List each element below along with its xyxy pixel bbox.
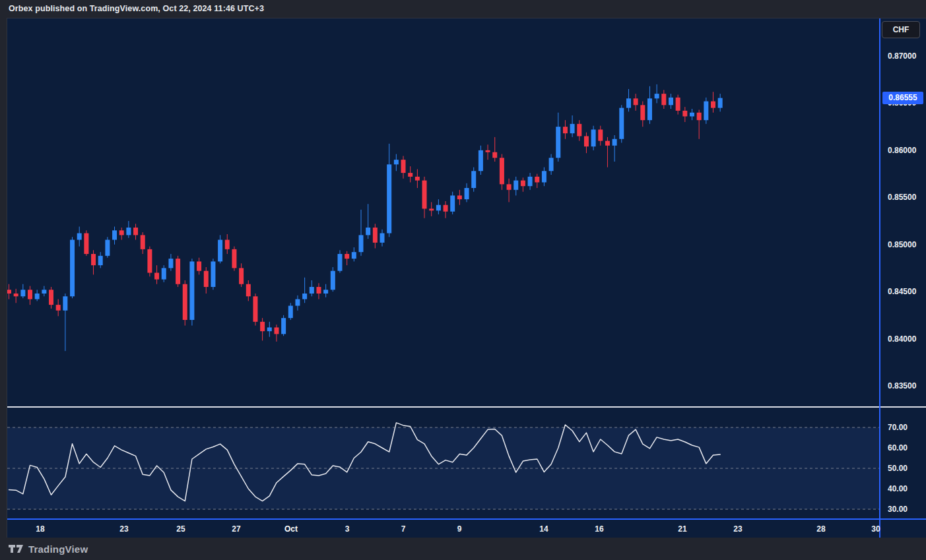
pane-separator[interactable] xyxy=(7,406,926,408)
currency-toggle-button[interactable]: CHF xyxy=(882,21,920,38)
time-axis-border xyxy=(7,518,926,520)
publish-text: Orbex published on TradingView.com, Oct … xyxy=(9,4,264,13)
publish-banner: Orbex published on TradingView.com, Oct … xyxy=(0,0,926,18)
price-tick-label: 0.84000 xyxy=(888,334,916,344)
rsi-tick-label: 70.00 xyxy=(888,422,908,433)
time-tick-label: 27 xyxy=(232,521,240,537)
price-tick-label: 0.85000 xyxy=(888,239,916,250)
time-tick-label: 9 xyxy=(457,521,462,537)
price-axis-border xyxy=(879,18,880,538)
time-tick-label: 28 xyxy=(816,521,825,537)
time-tick-label: 18 xyxy=(36,521,44,537)
time-tick-label: 25 xyxy=(176,521,185,537)
price-tick-label: 0.85500 xyxy=(888,192,916,202)
time-tick-label: 14 xyxy=(539,521,548,537)
rsi-tick-label: 30.00 xyxy=(888,504,908,514)
time-tick-label: 30 xyxy=(871,521,880,537)
time-tick-label: 7 xyxy=(401,521,406,537)
time-tick-label: 3 xyxy=(345,521,350,537)
time-tick-label: Oct xyxy=(284,521,298,537)
time-tick-label: 23 xyxy=(119,521,128,537)
candlestick-rsi-chart[interactable] xyxy=(7,18,926,538)
rsi-tick-label: 40.00 xyxy=(888,483,908,494)
price-tick-label: 0.84500 xyxy=(888,286,916,297)
price-tick-label: 0.83500 xyxy=(888,381,916,391)
price-tick-label: 0.86000 xyxy=(888,145,916,156)
tradingview-wordmark[interactable]: TradingView xyxy=(28,544,88,555)
time-tick-label: 21 xyxy=(678,521,686,537)
footer-bar: TradingView xyxy=(0,538,926,560)
last-price-badge: 0.86555 xyxy=(882,92,923,104)
tradingview-logo-icon[interactable] xyxy=(8,542,24,555)
chart-panel[interactable]: 0.870000.865000.860000.855000.850000.845… xyxy=(7,18,926,538)
price-tick-label: 0.87000 xyxy=(888,51,916,61)
time-tick-label: 16 xyxy=(595,521,603,537)
rsi-tick-label: 50.00 xyxy=(888,463,908,474)
rsi-tick-label: 60.00 xyxy=(888,443,908,453)
time-tick-label: 23 xyxy=(733,521,742,537)
